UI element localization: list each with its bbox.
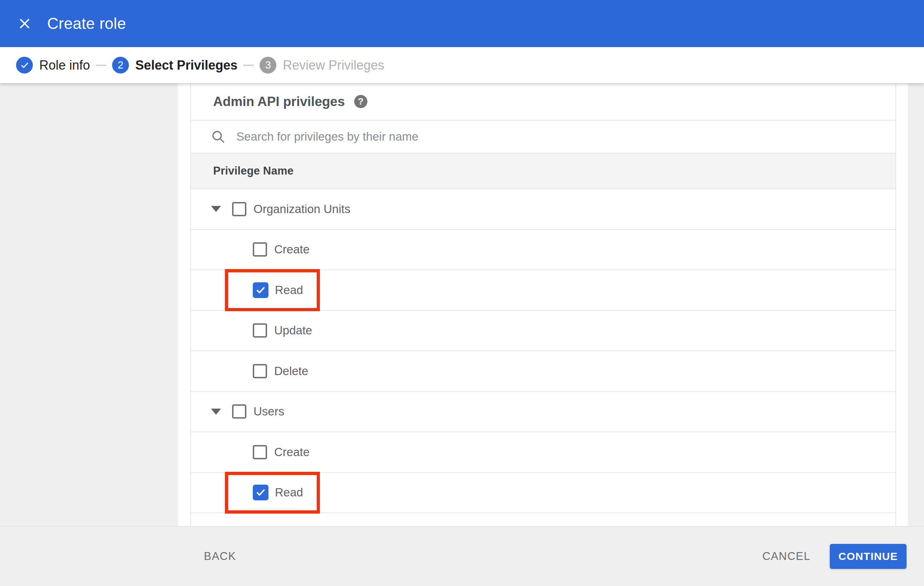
- privileges-search-input[interactable]: [236, 130, 896, 143]
- checkbox-read-checked[interactable]: [253, 282, 269, 298]
- privilege-row-create: Create: [191, 230, 896, 270]
- help-icon[interactable]: ?: [354, 95, 367, 108]
- checkbox-organization-units[interactable]: [232, 202, 246, 216]
- close-x-icon: [18, 18, 31, 30]
- step-connector: [243, 64, 254, 66]
- privilege-label: Users: [254, 405, 284, 418]
- collapse-triangle-icon[interactable]: [211, 409, 221, 415]
- highlight-box: [225, 269, 320, 311]
- privilege-row-read: Read: [191, 270, 896, 311]
- privilege-row-read-users: Read: [191, 473, 896, 514]
- step-number-circle: 2: [112, 57, 129, 74]
- check-icon: [255, 487, 266, 498]
- privilege-group-row-organization-units: Organization Units: [191, 189, 896, 230]
- privilege-label: Update: [274, 324, 312, 337]
- step-role-info[interactable]: Role info: [16, 57, 90, 74]
- stepper: Role info 2 Select Privileges 3 Review P…: [0, 47, 924, 83]
- privilege-label: Read: [275, 283, 303, 297]
- dialog-footer: BACK CANCEL CONTINUE: [0, 526, 924, 586]
- footer-actions: CANCEL CONTINUE: [762, 527, 906, 586]
- collapse-triangle-icon[interactable]: [211, 206, 221, 212]
- checkbox-users[interactable]: [232, 404, 246, 419]
- step-label: Role info: [39, 58, 90, 73]
- create-role-dialog: Create role Role info 2 Select Privilege…: [0, 0, 924, 586]
- privilege-row-update: Update: [191, 311, 896, 352]
- checkbox-read-users-checked[interactable]: [253, 485, 269, 500]
- step-review-privileges[interactable]: 3 Review Privileges: [259, 57, 384, 74]
- step-connector: [96, 64, 106, 66]
- check-icon: [255, 285, 266, 296]
- app-bar: Create role: [0, 0, 924, 47]
- step-label: Review Privileges: [283, 58, 384, 73]
- checkbox-update[interactable]: [253, 323, 267, 337]
- close-button[interactable]: [16, 15, 33, 32]
- privilege-label: Organization Units: [254, 202, 350, 216]
- privileges-table: Admin API privileges ? Privilege Name Or…: [190, 83, 896, 526]
- check-icon: [20, 61, 29, 70]
- privilege-row-create-users: Create: [191, 432, 896, 473]
- privilege-group-row-users: Users: [191, 392, 896, 433]
- privilege-row-delete: Delete: [191, 351, 896, 392]
- privilege-label: Read: [275, 486, 303, 499]
- privileges-card: Admin API privileges ? Privilege Name Or…: [178, 83, 908, 526]
- privilege-label: Create: [274, 445, 310, 459]
- cancel-button[interactable]: CANCEL: [762, 550, 810, 563]
- dialog-title: Create role: [47, 15, 126, 33]
- column-header-privilege-name: Privilege Name: [213, 165, 294, 177]
- checkbox-delete[interactable]: [253, 364, 267, 378]
- table-header-row: Privilege Name: [191, 153, 896, 189]
- checkbox-create[interactable]: [253, 242, 267, 257]
- search-icon: [211, 129, 226, 144]
- section-heading: Admin API privileges: [213, 94, 345, 109]
- back-button[interactable]: BACK: [204, 550, 236, 563]
- privileges-search-row: [191, 121, 896, 153]
- step-complete-circle: [16, 57, 33, 74]
- step-select-privileges[interactable]: 2 Select Privileges: [112, 57, 238, 74]
- highlight-box: [225, 472, 320, 514]
- continue-button[interactable]: CONTINUE: [830, 544, 906, 569]
- privilege-label: Create: [274, 243, 310, 256]
- section-heading-row: Admin API privileges ?: [191, 83, 896, 121]
- privilege-label: Delete: [274, 364, 308, 378]
- step-label: Select Privileges: [135, 58, 238, 73]
- step-number-circle: 3: [259, 57, 276, 74]
- checkbox-create-users[interactable]: [253, 445, 267, 459]
